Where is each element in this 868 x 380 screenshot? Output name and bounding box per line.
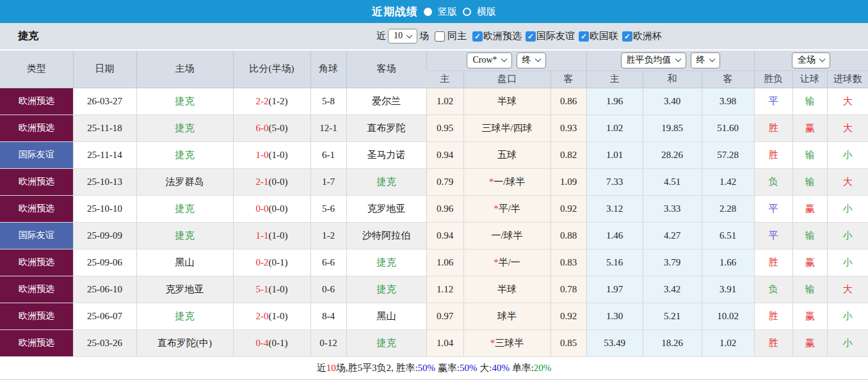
subcol-avg-away: 客 bbox=[702, 70, 754, 88]
avg-draw-cell: 5.21 bbox=[643, 303, 702, 329]
away-team-cell: 克罗地亚 bbox=[346, 195, 426, 222]
avg-home-cell: 1.97 bbox=[586, 276, 643, 303]
vertical-layout-radio[interactable] bbox=[424, 8, 432, 16]
score-cell: 2-0(1-0) bbox=[233, 303, 310, 329]
table-header: 类型 日期 主场 比分(半场) 角球 客场 Crow* 终 bbox=[0, 51, 868, 88]
over-under-cell: 小 bbox=[827, 329, 868, 356]
handicap-result-cell: 输 bbox=[792, 88, 827, 115]
handicap-cell: *平/半 bbox=[463, 195, 551, 222]
competition-filters: ✓欧洲预选✓国际友谊✓欧国联✓欧洲杯 bbox=[469, 30, 662, 42]
odds-away-cell: 0.93 bbox=[551, 115, 586, 141]
odds-time-select-1[interactable]: 终 bbox=[517, 52, 546, 68]
footer-segment: 单率: bbox=[510, 362, 534, 374]
score-cell: 0-2(0-1) bbox=[233, 249, 310, 276]
table-row: 欧洲预选25-06-10克罗地亚5-1(1-0)0-6捷克1.12半球0.781… bbox=[0, 276, 868, 303]
avg-away-cell: 6.51 bbox=[702, 222, 754, 249]
footer-segment: 50% bbox=[418, 363, 436, 374]
home-team-cell: 克罗地亚 bbox=[136, 276, 233, 303]
home-team-cell: 捷克 bbox=[136, 303, 233, 329]
competition-checkbox[interactable]: ✓ bbox=[526, 31, 536, 42]
away-team-cell: 爱尔兰 bbox=[346, 88, 426, 115]
avg-metric-value: 胜平负均值 bbox=[627, 54, 671, 66]
avg-draw-cell: 3.40 bbox=[643, 88, 702, 115]
table-row: 欧洲预选25-09-06黑山0-2(0-1)6-6捷克1.06*半/一0.835… bbox=[0, 249, 868, 276]
subcol-result: 胜负 bbox=[754, 70, 792, 88]
corners-cell: 0-6 bbox=[310, 276, 346, 303]
summary-footer: 近10场,胜5平3负2, 胜率:50% 赢率:50% 大:40% 单率:20% bbox=[0, 357, 868, 380]
col-header-type: 类型 bbox=[0, 51, 73, 88]
over-under-cell: 大 bbox=[827, 115, 868, 141]
score-cell: 0-0(0-0) bbox=[233, 195, 310, 222]
subcol-odds-away: 客 bbox=[551, 70, 586, 88]
home-team-cell: 捷克 bbox=[136, 222, 233, 249]
same-home-label: 同主 bbox=[447, 30, 467, 42]
footer-segment: 近 bbox=[317, 362, 326, 374]
result-cell: 平 bbox=[754, 222, 792, 249]
match-type-cell: 欧洲预选 bbox=[0, 303, 73, 329]
competition-checkbox[interactable]: ✓ bbox=[579, 31, 589, 42]
odds-group-header: Crow* 终 bbox=[426, 51, 586, 70]
score-cell: 0-4(0-1) bbox=[233, 329, 310, 356]
away-team-cell: 直布罗陀 bbox=[346, 115, 426, 141]
home-team-cell: 捷克 bbox=[136, 115, 233, 141]
subcol-goals: 进球数 bbox=[827, 70, 868, 88]
odds-company-select[interactable]: Crow* bbox=[467, 52, 511, 68]
avg-away-cell: 1.02 bbox=[702, 329, 754, 356]
avg-draw-cell: 4.27 bbox=[643, 222, 702, 249]
odds-away-cell: 0.88 bbox=[551, 222, 586, 249]
match-type-cell: 国际友谊 bbox=[0, 222, 73, 249]
handicap-cell: 一/球半 bbox=[463, 222, 551, 249]
odds-home-cell: 0.95 bbox=[426, 115, 463, 141]
subcol-handicap-result: 让球 bbox=[792, 70, 827, 88]
chevron-down-icon bbox=[534, 56, 541, 62]
chevron-down-icon bbox=[675, 56, 681, 62]
competition-checkbox[interactable]: ✓ bbox=[622, 31, 632, 42]
odds-home-cell: 1.04 bbox=[426, 329, 463, 356]
same-home-checkbox[interactable] bbox=[435, 31, 445, 42]
match-type-cell: 国际友谊 bbox=[0, 141, 73, 168]
corners-cell: 1-7 bbox=[310, 168, 346, 195]
subcol-avg-home: 主 bbox=[586, 70, 643, 88]
over-under-cell: 小 bbox=[827, 249, 868, 276]
footer-segment: 赢率: bbox=[435, 362, 460, 374]
odds-time-select-2[interactable]: 终 bbox=[691, 52, 720, 68]
handicap-result-cell: 赢 bbox=[792, 195, 827, 222]
avg-away-cell: 3.98 bbox=[702, 88, 754, 115]
over-under-cell: 小 bbox=[827, 195, 868, 222]
handicap-cell: 半球 bbox=[463, 88, 551, 115]
away-team-cell: 黑山 bbox=[346, 303, 426, 329]
col-header-corner: 角球 bbox=[310, 51, 346, 88]
odds-home-cell: 0.97 bbox=[426, 303, 463, 329]
score-cell: 6-0(5-0) bbox=[233, 115, 310, 141]
avg-away-cell: 2.28 bbox=[702, 195, 754, 222]
match-type-cell: 欧洲预选 bbox=[0, 329, 73, 356]
over-under-cell: 大 bbox=[827, 276, 868, 303]
match-type-cell: 欧洲预选 bbox=[0, 195, 73, 222]
recent-count-select[interactable]: 10 bbox=[388, 29, 417, 44]
corners-cell: 6-6 bbox=[310, 249, 346, 276]
footer-segment: 50% bbox=[460, 363, 478, 374]
avg-home-cell: 1.01 bbox=[586, 141, 643, 168]
avg-draw-cell: 4.51 bbox=[643, 168, 702, 195]
results-table: 类型 日期 主场 比分(半场) 角球 客场 Crow* 终 bbox=[0, 51, 868, 357]
odds-time-value-1: 终 bbox=[522, 54, 531, 66]
title-bar: 近期战绩 竖版 横版 bbox=[0, 0, 868, 23]
col-header-away: 客场 bbox=[346, 51, 426, 88]
avg-draw-cell: 28.26 bbox=[643, 141, 702, 168]
competition-label: 欧洲杯 bbox=[633, 30, 662, 42]
horizontal-layout-radio[interactable] bbox=[463, 8, 471, 16]
table-row: 欧洲预选25-10-13法罗群岛2-1(0-0)1-7捷克0.79*一/球半1.… bbox=[0, 168, 868, 195]
competition-checkbox[interactable]: ✓ bbox=[472, 31, 483, 42]
matches-label: 场 bbox=[419, 30, 429, 42]
avg-metric-select[interactable]: 胜平负均值 bbox=[621, 52, 686, 68]
scope-select[interactable]: 全场 bbox=[792, 52, 830, 68]
odds-home-cell: 0.96 bbox=[426, 195, 463, 222]
corners-cell: 5-6 bbox=[310, 195, 346, 222]
avg-draw-cell: 3.42 bbox=[643, 276, 702, 303]
odds-home-cell: 0.94 bbox=[426, 141, 463, 168]
avg-home-cell: 1.02 bbox=[586, 115, 643, 141]
odds-away-cell: 0.82 bbox=[551, 141, 586, 168]
away-team-cell: 沙特阿拉伯 bbox=[346, 222, 426, 249]
corners-cell: 5-8 bbox=[310, 88, 346, 115]
handicap-result-cell: 输 bbox=[792, 276, 827, 303]
